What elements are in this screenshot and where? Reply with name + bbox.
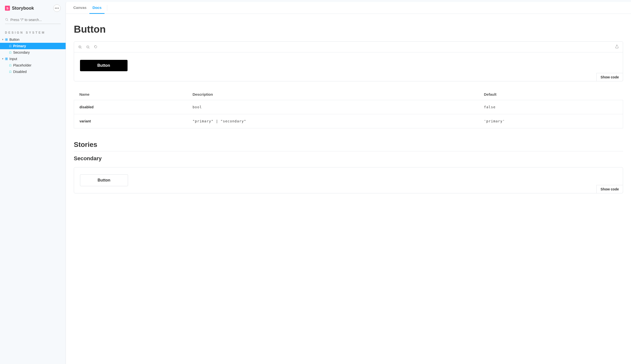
col-header-default: Default bbox=[479, 89, 623, 100]
prop-name-cell: disabled bbox=[74, 100, 187, 114]
sidebar: S Storybook ••• Design System ▼ Button bbox=[0, 0, 66, 364]
tab-canvas[interactable]: Canvas bbox=[70, 2, 89, 14]
svg-point-17 bbox=[95, 46, 97, 48]
svg-rect-7 bbox=[7, 58, 8, 59]
sidebar-item-secondary[interactable]: Secondary bbox=[0, 49, 66, 56]
sidebar-item-label: Button bbox=[10, 38, 19, 42]
tab-docs[interactable]: Docs bbox=[89, 2, 105, 14]
storybook-logo-icon: S bbox=[5, 6, 10, 11]
show-code-button[interactable]: Show code bbox=[596, 73, 623, 81]
tab-divider bbox=[107, 5, 107, 11]
zoom-reset-icon[interactable] bbox=[94, 45, 98, 49]
bookmark-icon bbox=[9, 45, 12, 48]
main-panel: Canvas Docs Button bbox=[66, 2, 631, 364]
col-header-description: Description bbox=[187, 89, 479, 100]
zoom-out-icon[interactable] bbox=[86, 45, 90, 49]
svg-rect-6 bbox=[6, 58, 7, 59]
svg-line-11 bbox=[81, 48, 82, 48]
preview-toolbar bbox=[74, 42, 623, 52]
sidebar-item-disabled[interactable]: Disabled bbox=[0, 68, 66, 75]
zoom-in-icon[interactable] bbox=[78, 45, 82, 49]
sidebar-tree: ▼ Button Primary Secondary ▼ Input bbox=[0, 36, 66, 75]
sidebar-header: S Storybook ••• bbox=[0, 4, 66, 16]
docs-content: Button bbox=[66, 14, 631, 211]
prop-desc-cell: "primary" | "secondary" bbox=[192, 119, 246, 123]
svg-rect-2 bbox=[6, 38, 7, 40]
menu-button[interactable]: ••• bbox=[53, 4, 61, 12]
props-table: Name Description Default disabled bool f… bbox=[74, 89, 623, 128]
page-title: Button bbox=[74, 24, 623, 35]
svg-rect-8 bbox=[6, 59, 7, 60]
preview-button-primary[interactable]: Button bbox=[80, 60, 128, 71]
caret-down-icon: ▼ bbox=[2, 58, 4, 60]
preview-canvas: Button bbox=[74, 168, 623, 193]
prop-desc-cell: bool bbox=[192, 105, 202, 109]
preview-button-secondary[interactable]: Button bbox=[80, 174, 128, 186]
search-container bbox=[0, 16, 66, 26]
component-icon bbox=[5, 38, 8, 41]
sidebar-item-label: Primary bbox=[13, 44, 26, 48]
story-secondary-heading: Secondary bbox=[74, 155, 623, 162]
sidebar-item-label: Input bbox=[10, 57, 17, 61]
col-header-name: Name bbox=[74, 89, 187, 100]
show-code-button[interactable]: Show code bbox=[596, 185, 623, 194]
stories-heading: Stories bbox=[74, 141, 623, 151]
sidebar-item-placeholder[interactable]: Placeholder bbox=[0, 62, 66, 68]
svg-rect-9 bbox=[7, 59, 8, 60]
preview-canvas: Button bbox=[74, 52, 623, 81]
search-input[interactable] bbox=[5, 16, 61, 24]
sidebar-item-input[interactable]: ▼ Input bbox=[0, 56, 66, 62]
sidebar-item-label: Placeholder bbox=[13, 63, 32, 67]
sidebar-item-primary[interactable]: Primary bbox=[0, 43, 66, 49]
svg-rect-5 bbox=[7, 40, 8, 41]
component-icon bbox=[5, 57, 8, 60]
sidebar-item-label: Secondary bbox=[13, 50, 30, 54]
preview-block-primary: Button Show code bbox=[74, 41, 623, 81]
svg-rect-3 bbox=[7, 38, 8, 40]
ellipsis-icon: ••• bbox=[55, 6, 59, 10]
bookmark-icon bbox=[9, 70, 12, 73]
table-row: variant "primary" | "secondary" 'primary… bbox=[74, 114, 623, 128]
tabs: Canvas Docs bbox=[66, 2, 631, 14]
sidebar-item-button[interactable]: ▼ Button bbox=[0, 36, 66, 43]
table-row: disabled bool false bbox=[74, 100, 623, 114]
prop-default-cell: 'primary' bbox=[484, 119, 505, 123]
caret-down-icon: ▼ bbox=[2, 38, 4, 41]
svg-line-15 bbox=[89, 48, 89, 48]
prop-default-cell: false bbox=[484, 105, 496, 109]
prop-name-cell: variant bbox=[74, 114, 187, 128]
bookmark-icon bbox=[9, 51, 12, 54]
preview-block-secondary: Button Show code bbox=[74, 167, 623, 194]
brand-title: Storybook bbox=[12, 6, 34, 11]
bookmark-icon bbox=[9, 64, 12, 67]
svg-rect-4 bbox=[6, 40, 7, 41]
brand: S Storybook bbox=[5, 6, 34, 11]
open-external-icon[interactable] bbox=[615, 44, 619, 48]
sidebar-item-label: Disabled bbox=[13, 70, 27, 74]
section-heading: Design System bbox=[0, 26, 66, 36]
